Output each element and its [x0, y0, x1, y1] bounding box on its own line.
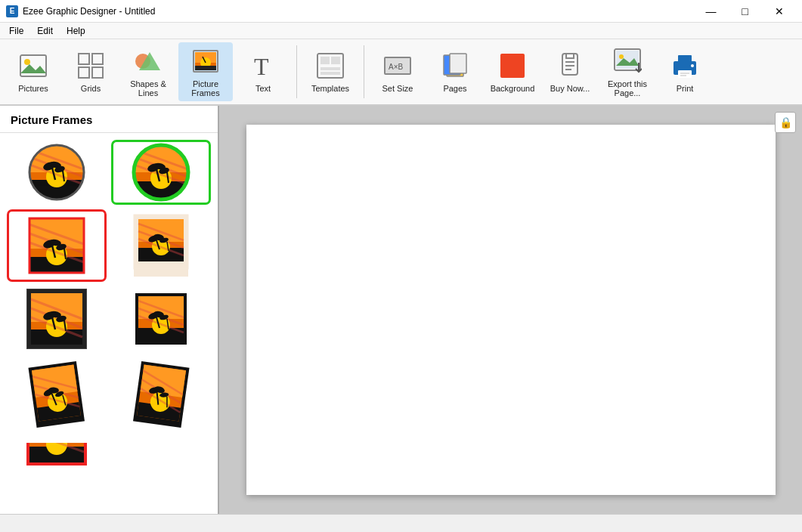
canvas [246, 125, 776, 495]
svg-rect-27 [562, 54, 578, 75]
frame-grid [6, 139, 212, 469]
background-icon [497, 51, 528, 81]
frame-item-circle-plain[interactable] [9, 142, 104, 203]
svg-text:T: T [254, 53, 269, 79]
svg-rect-5 [79, 67, 89, 78]
svg-rect-6 [92, 67, 103, 78]
text-icon: T [248, 51, 278, 81]
svg-marker-2 [20, 64, 46, 73]
grids-label: Grids [81, 84, 101, 93]
buy-now-label: Buy Now... [550, 84, 590, 93]
toolbar-pictures-button[interactable]: Pictures [6, 42, 60, 101]
svg-rect-17 [320, 57, 330, 64]
export-label: Export this Page... [600, 79, 655, 97]
set-size-icon: A×B [382, 51, 413, 81]
svg-rect-18 [320, 67, 340, 70]
svg-rect-29 [565, 65, 574, 66]
svg-rect-25 [450, 54, 466, 73]
title-bar-controls[interactable]: — □ ✕ [694, 0, 796, 23]
toolbar-separator-2 [364, 45, 364, 98]
print-icon [670, 51, 700, 81]
pictures-label: Pictures [18, 84, 48, 93]
svg-point-1 [24, 59, 30, 65]
picture-frames-icon [190, 46, 221, 76]
toolbar-grids-button[interactable]: Grids [63, 42, 118, 101]
frame-item-tilt-left[interactable] [9, 358, 104, 434]
menu-file[interactable]: File [3, 24, 29, 38]
shapes-lines-label: Shapes & Lines [121, 79, 175, 97]
svg-text:A×B: A×B [389, 63, 404, 71]
picture-frames-label: Picture Frames [178, 79, 233, 97]
toolbar-shapes-lines-button[interactable]: Shapes & Lines [121, 42, 175, 101]
frame-item-red-bar[interactable] [9, 443, 104, 466]
app-title: Ezee Graphic Designer - Untitled [23, 6, 155, 17]
lock-icon: 🔒 [779, 116, 792, 128]
toolbar-export-button[interactable]: Export this Page... [600, 42, 655, 101]
svg-rect-19 [320, 72, 340, 75]
toolbar-buy-now-button[interactable]: Buy Now... [543, 42, 597, 101]
menu-edit[interactable]: Edit [31, 24, 59, 38]
text-label: Text [255, 84, 271, 93]
pages-label: Pages [443, 84, 466, 93]
shapes-lines-icon [133, 46, 163, 76]
toolbar-text-button[interactable]: T Text [236, 42, 290, 101]
status-bar [0, 514, 802, 532]
svg-rect-4 [92, 54, 103, 64]
svg-rect-32 [616, 51, 639, 69]
minimize-button[interactable]: — [694, 0, 728, 23]
svg-rect-13 [195, 66, 216, 70]
templates-icon [315, 51, 345, 81]
frame-item-square-red[interactable] [9, 212, 104, 280]
svg-rect-40 [680, 75, 686, 76]
toolbar-separator-1 [296, 45, 297, 98]
menu-help[interactable]: Help [60, 24, 91, 38]
frame-item-circle-green[interactable] [113, 142, 209, 203]
svg-rect-20 [331, 57, 340, 64]
frame-item-tilt-right[interactable] [113, 358, 209, 434]
frame-item-dark-frame-1[interactable] [9, 289, 104, 349]
sidebar-content [0, 133, 218, 514]
maximize-button[interactable]: □ [728, 0, 762, 23]
svg-rect-39 [680, 73, 689, 74]
canvas-area: 🔒 [219, 106, 802, 514]
background-label: Background [491, 84, 535, 93]
menu-bar: File Edit Help [0, 23, 802, 39]
toolbar-set-size-button[interactable]: A×B Set Size [370, 42, 425, 101]
title-bar-left: E Ezee Graphic Designer - Untitled [6, 5, 155, 17]
main-layout: Picture Frames [0, 106, 802, 514]
toolbar-templates-button[interactable]: Templates [303, 42, 358, 101]
sidebar: Picture Frames [0, 106, 219, 514]
frame-item-dark-frame-tilted[interactable] [113, 289, 209, 349]
app-icon: E [6, 5, 18, 17]
close-button[interactable]: ✕ [762, 0, 796, 23]
frame-item-polaroid-light[interactable] [113, 212, 209, 280]
toolbar-pages-button[interactable]: Pages [428, 42, 482, 101]
grids-icon [76, 51, 106, 81]
set-size-label: Set Size [382, 84, 413, 93]
svg-rect-99 [134, 269, 188, 277]
title-bar: E Ezee Graphic Designer - Untitled — □ ✕ [0, 0, 802, 23]
svg-rect-28 [565, 61, 574, 63]
toolbar-background-button[interactable]: Background [485, 42, 540, 101]
templates-label: Templates [311, 84, 349, 93]
svg-point-33 [619, 54, 624, 59]
svg-rect-26 [500, 54, 525, 78]
toolbar: Pictures Grids Shapes & Lines [0, 39, 802, 106]
toolbar-print-button[interactable]: Print [658, 42, 712, 101]
toolbar-picture-frames-button[interactable]: Picture Frames [178, 42, 233, 101]
svg-point-41 [691, 64, 694, 67]
svg-rect-37 [678, 55, 692, 64]
svg-rect-30 [565, 69, 571, 70]
lock-button[interactable]: 🔒 [775, 112, 796, 133]
svg-rect-3 [79, 54, 89, 64]
buy-now-icon [555, 51, 585, 81]
pages-icon [440, 51, 470, 81]
export-icon [612, 46, 643, 76]
print-label: Print [677, 84, 694, 93]
pictures-icon [18, 51, 48, 81]
sidebar-title: Picture Frames [0, 106, 218, 133]
